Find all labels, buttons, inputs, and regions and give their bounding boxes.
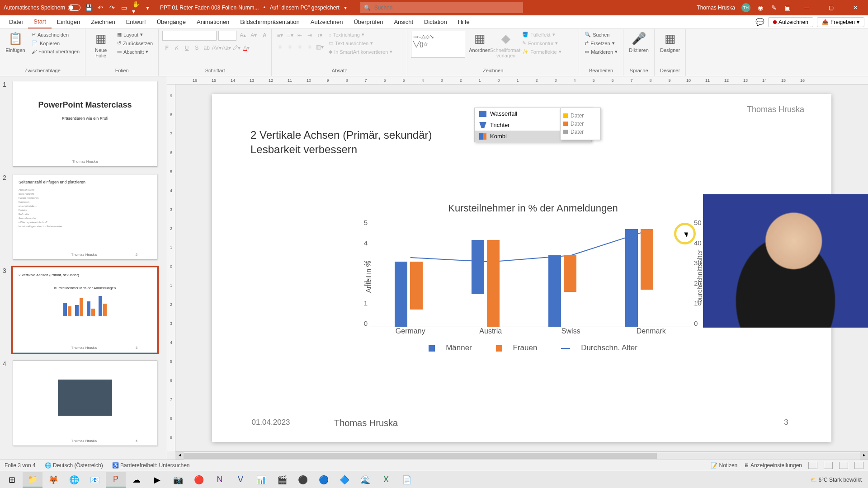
tab-aufzeichnen[interactable]: Aufzeichnen bbox=[305, 16, 349, 28]
tab-start[interactable]: Start bbox=[28, 15, 51, 28]
filename-area[interactable]: PPT 01 Roter Faden 003 Folien-Numm... • … bbox=[160, 5, 347, 11]
slideshow-icon[interactable]: ▭ bbox=[120, 4, 127, 11]
obs-icon[interactable]: ⚫ bbox=[293, 472, 313, 488]
user-name[interactable]: Thomas Hruska bbox=[697, 5, 735, 11]
slide-indicator[interactable]: Folie 3 von 4 bbox=[5, 462, 36, 469]
tab-uebergaenge[interactable]: Übergänge bbox=[151, 16, 191, 28]
tab-zeichnen[interactable]: Zeichnen bbox=[85, 16, 120, 28]
columns-icon[interactable]: ▥▾ bbox=[315, 42, 324, 52]
section-button[interactable]: ▭ Abschnitt ▾ bbox=[115, 48, 155, 56]
user-avatar[interactable]: TH bbox=[741, 3, 750, 12]
thumbnail-3[interactable]: 2 Vertikale Achsen (Primär, sekundär) Ku… bbox=[13, 267, 157, 353]
normal-view-icon[interactable] bbox=[808, 462, 817, 469]
record-button[interactable]: Aufzeichnen bbox=[768, 17, 813, 27]
tab-entwurf[interactable]: Entwurf bbox=[121, 16, 151, 28]
indent-icon[interactable]: ⇥ bbox=[305, 31, 314, 40]
slide-title[interactable]: 2 Vertikale Achsen (Primär, sekundär) Le… bbox=[250, 128, 432, 157]
layout-button[interactable]: ▦ Layout ▾ bbox=[115, 31, 155, 38]
reading-view-icon[interactable] bbox=[839, 462, 848, 469]
copy-button[interactable]: 📄 Kopieren bbox=[30, 39, 81, 47]
thumbnail-4[interactable]: Thomas Hruska4 bbox=[13, 360, 157, 446]
vertical-ruler[interactable]: 9876543210123456789 bbox=[167, 84, 175, 451]
search-box[interactable]: 🔍 bbox=[360, 2, 523, 13]
app-icon-8[interactable]: 📄 bbox=[397, 472, 417, 488]
italic-icon[interactable]: K bbox=[172, 43, 181, 52]
new-slide-button[interactable]: ▦Neue Folie bbox=[89, 31, 113, 59]
save-icon[interactable]: 💾 bbox=[85, 4, 92, 11]
format-painter-button[interactable]: 🖌 Format übertragen bbox=[30, 48, 81, 55]
thumbnail-1[interactable]: PowerPoint Masterclass Präsentieren wie … bbox=[13, 81, 157, 167]
chrome-icon[interactable]: 🌐 bbox=[64, 472, 84, 488]
app-icon-3[interactable]: 🔴 bbox=[189, 472, 209, 488]
underline-icon[interactable]: U bbox=[182, 43, 191, 52]
windows-taskbar[interactable]: ⊞ 📁 🦊 🌐 📧 P ☁ ▶ 📷 🔴 N V 📊 🎬 ⚫ 🔵 🔷 🌊 X 📄 … bbox=[0, 471, 868, 488]
drawing-icon[interactable]: ✎ bbox=[770, 4, 778, 11]
maximize-button[interactable]: ▢ bbox=[822, 5, 840, 11]
powerpoint-icon[interactable]: P bbox=[106, 472, 126, 488]
align-center-icon[interactable]: ≡ bbox=[285, 42, 294, 52]
bullets-icon[interactable]: ≡▾ bbox=[275, 31, 284, 40]
shape-outline-button[interactable]: ✎ Formkontur ▾ bbox=[520, 39, 563, 47]
bold-icon[interactable]: F bbox=[162, 43, 171, 52]
visio-icon[interactable]: V bbox=[231, 472, 250, 488]
designer-button[interactable]: ▦Designer bbox=[658, 31, 682, 54]
tab-dictation[interactable]: Dictation bbox=[419, 16, 453, 28]
horizontal-ruler[interactable]: 1615141312111098765432101234567891011121… bbox=[167, 76, 868, 84]
dictate-button[interactable]: 🎤Diktieren bbox=[627, 31, 651, 54]
sorter-view-icon[interactable] bbox=[824, 462, 833, 469]
chart-legend-popup[interactable]: Dater Dater Dater bbox=[560, 108, 601, 140]
font-color-icon[interactable]: A▾ bbox=[242, 43, 251, 52]
weather-widget[interactable]: ⛅ 6°C Stark bewölkt bbox=[810, 477, 862, 483]
tab-datei[interactable]: Datei bbox=[4, 16, 28, 28]
cut-button[interactable]: ✂ Ausschneiden bbox=[30, 31, 81, 38]
tab-einfuegen[interactable]: Einfügen bbox=[52, 16, 85, 28]
app-icon-2[interactable]: 📷 bbox=[168, 472, 188, 488]
window-icon[interactable]: ▣ bbox=[784, 4, 791, 11]
shapes-gallery[interactable]: ▭○△◇↘╲╱{}☆ bbox=[411, 31, 465, 58]
qat-more-icon[interactable]: ▾ bbox=[144, 4, 151, 11]
find-button[interactable]: 🔍 Suchen bbox=[583, 31, 619, 38]
replace-button[interactable]: ⇄ Ersetzen ▾ bbox=[583, 39, 619, 47]
slideshow-view-icon[interactable] bbox=[854, 462, 863, 469]
app-icon-5[interactable]: 🎬 bbox=[272, 472, 292, 488]
horizontal-scrollbar[interactable]: ◂▸ bbox=[175, 451, 868, 460]
justify-icon[interactable]: ≡ bbox=[305, 42, 314, 52]
tab-hilfe[interactable]: Hilfe bbox=[453, 16, 475, 28]
outlook-icon[interactable]: 📧 bbox=[85, 472, 105, 488]
app-icon-4[interactable]: 📊 bbox=[251, 472, 271, 488]
text-align-button[interactable]: ▭ Text ausrichten ▾ bbox=[327, 39, 394, 47]
tab-ueberpruefen[interactable]: Überprüfen bbox=[348, 16, 388, 28]
text-direction-button[interactable]: ↕ Textrichtung ▾ bbox=[327, 31, 394, 38]
display-settings-button[interactable]: 🖥 Anzeigeeinstellungen bbox=[744, 462, 802, 469]
excel-icon[interactable]: X bbox=[376, 472, 396, 488]
notes-button[interactable]: 📝 Notizen bbox=[711, 462, 737, 469]
case-icon[interactable]: Aa▾ bbox=[222, 43, 231, 52]
quick-styles-button[interactable]: ◆Schnellformat- vorlagen bbox=[494, 31, 518, 59]
vlc-icon[interactable]: ▶ bbox=[147, 472, 167, 488]
smartart-button[interactable]: ◆ In SmartArt konvertieren ▾ bbox=[327, 48, 394, 56]
onenote-icon[interactable]: N bbox=[210, 472, 230, 488]
language-indicator[interactable]: 🌐 Deutsch (Österreich) bbox=[45, 462, 103, 469]
reset-button[interactable]: ↺ Zurücksetzen bbox=[115, 39, 155, 47]
font-size-input[interactable] bbox=[218, 31, 236, 41]
firefox-icon[interactable]: 🦊 bbox=[43, 472, 63, 488]
share-button[interactable]: 📤Freigeben▾ bbox=[817, 17, 864, 27]
shadow-icon[interactable]: ab bbox=[202, 43, 211, 52]
edge-icon[interactable]: 🌊 bbox=[355, 472, 375, 488]
select-button[interactable]: ▭ Markieren ▾ bbox=[583, 48, 619, 56]
line-spacing-icon[interactable]: ↕▾ bbox=[315, 31, 324, 40]
app-icon-6[interactable]: 🔵 bbox=[314, 472, 334, 488]
app-icon-7[interactable]: 🔷 bbox=[335, 472, 354, 488]
thumbnail-pane[interactable]: 1 PowerPoint Masterclass Präsentieren wi… bbox=[0, 76, 167, 460]
touch-icon[interactable]: ✋▾ bbox=[132, 4, 139, 11]
autosave-toggle[interactable]: Automatisches Speichern bbox=[4, 5, 80, 11]
arrange-button[interactable]: ▦Anordnen bbox=[468, 31, 491, 54]
numbering-icon[interactable]: ≣▾ bbox=[285, 31, 294, 40]
increase-font-icon[interactable]: A▴ bbox=[238, 31, 247, 40]
redo-icon[interactable]: ↷ bbox=[108, 4, 116, 11]
minimize-button[interactable]: — bbox=[797, 5, 816, 11]
close-button[interactable]: ✕ bbox=[846, 5, 864, 11]
chart[interactable]: Kursteilnehmer in % der Anmeldungen Ante… bbox=[357, 202, 709, 361]
shape-effects-button[interactable]: ✨ Formeffekte ▾ bbox=[520, 48, 563, 56]
clear-format-icon[interactable]: A̷ bbox=[260, 31, 269, 40]
